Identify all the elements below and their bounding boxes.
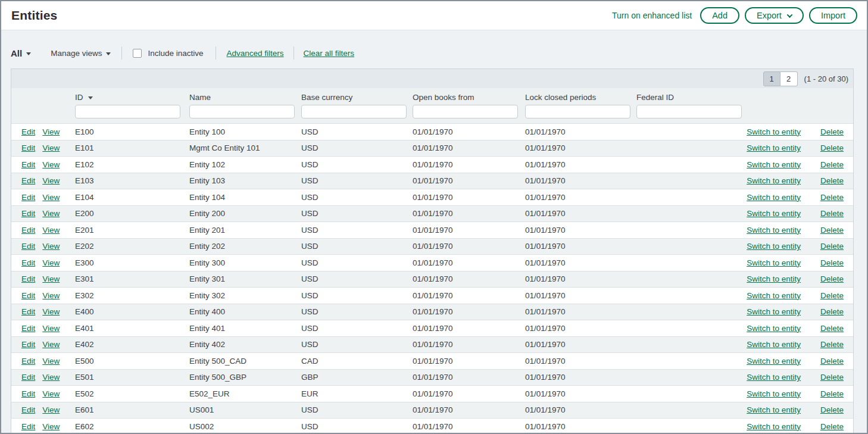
delete-link[interactable]: Delete [820,422,844,431]
column-header-lock-closed-periods[interactable]: Lock closed periods [525,93,636,102]
switch-to-entity-link[interactable]: Switch to entity [747,226,801,235]
edit-link[interactable]: Edit [21,405,35,414]
delete-link[interactable]: Delete [820,127,844,136]
view-link[interactable]: View [42,242,60,251]
view-link[interactable]: View [42,193,60,202]
switch-to-entity-link[interactable]: Switch to entity [747,405,801,414]
add-button[interactable]: Add [700,7,739,24]
edit-link[interactable]: Edit [21,373,35,382]
delete-link[interactable]: Delete [820,274,844,283]
edit-link[interactable]: Edit [21,209,35,218]
view-link[interactable]: View [42,258,60,267]
delete-link[interactable]: Delete [820,226,844,235]
view-link[interactable]: View [42,226,60,235]
edit-link[interactable]: Edit [21,340,35,349]
turn-on-enhanced-list-link[interactable]: Turn on enhanced list [612,11,692,20]
delete-link[interactable]: Delete [820,193,844,202]
view-link[interactable]: View [42,357,60,366]
view-link[interactable]: View [42,405,60,414]
switch-to-entity-link[interactable]: Switch to entity [747,324,801,333]
edit-link[interactable]: Edit [21,176,35,185]
delete-link[interactable]: Delete [820,340,844,349]
page-1-button[interactable]: 1 [763,71,780,86]
switch-to-entity-link[interactable]: Switch to entity [747,160,801,169]
switch-to-entity-link[interactable]: Switch to entity [747,258,801,267]
column-header-open-books-from[interactable]: Open books from [413,93,525,102]
delete-link[interactable]: Delete [820,209,844,218]
switch-to-entity-link[interactable]: Switch to entity [747,242,801,251]
view-selector-dropdown[interactable]: All [11,48,31,58]
filter-input-id[interactable] [75,105,180,118]
edit-link[interactable]: Edit [21,160,35,169]
view-link[interactable]: View [42,324,60,333]
page-2-button[interactable]: 2 [780,71,798,86]
switch-to-entity-link[interactable]: Switch to entity [747,274,801,283]
view-link[interactable]: View [42,373,60,382]
view-link[interactable]: View [42,389,60,398]
switch-to-entity-link[interactable]: Switch to entity [747,373,801,382]
export-button[interactable]: Export [745,7,804,24]
delete-link[interactable]: Delete [820,242,844,251]
include-inactive-checkbox[interactable] [133,49,142,58]
delete-link[interactable]: Delete [820,258,844,267]
switch-to-entity-link[interactable]: Switch to entity [747,176,801,185]
edit-link[interactable]: Edit [21,357,35,366]
column-header-name[interactable]: Name [189,93,301,102]
delete-link[interactable]: Delete [820,324,844,333]
view-link[interactable]: View [42,340,60,349]
column-header-federal-id[interactable]: Federal ID [636,93,741,102]
edit-link[interactable]: Edit [21,242,35,251]
view-link[interactable]: View [42,127,60,136]
edit-link[interactable]: Edit [21,291,35,300]
delete-link[interactable]: Delete [820,160,844,169]
switch-to-entity-link[interactable]: Switch to entity [747,389,801,398]
edit-link[interactable]: Edit [21,324,35,333]
clear-all-filters-link[interactable]: Clear all filters [304,49,355,58]
column-header-id[interactable]: ID [75,93,189,102]
switch-to-entity-link[interactable]: Switch to entity [747,357,801,366]
edit-link[interactable]: Edit [21,193,35,202]
switch-to-entity-link[interactable]: Switch to entity [747,143,801,152]
view-link[interactable]: View [42,291,60,300]
delete-link[interactable]: Delete [820,143,844,152]
delete-link[interactable]: Delete [820,389,844,398]
filter-input-base-currency[interactable] [301,105,407,118]
delete-link[interactable]: Delete [820,373,844,382]
import-button[interactable]: Import [809,7,857,24]
cell-name: Entity 300 [189,258,301,267]
view-link[interactable]: View [42,422,60,431]
filter-input-name[interactable] [189,105,295,118]
view-link[interactable]: View [42,143,60,152]
filter-input-open-books-from[interactable] [413,105,518,118]
edit-link[interactable]: Edit [21,389,35,398]
edit-link[interactable]: Edit [21,307,35,316]
delete-link[interactable]: Delete [820,176,844,185]
column-header-base-currency[interactable]: Base currency [301,93,413,102]
switch-to-entity-link[interactable]: Switch to entity [747,127,801,136]
delete-link[interactable]: Delete [820,405,844,414]
manage-views-dropdown[interactable]: Manage views [51,49,111,58]
view-link[interactable]: View [42,209,60,218]
switch-to-entity-link[interactable]: Switch to entity [747,193,801,202]
switch-to-entity-link[interactable]: Switch to entity [747,291,801,300]
delete-link[interactable]: Delete [820,307,844,316]
view-link[interactable]: View [42,307,60,316]
delete-link[interactable]: Delete [820,291,844,300]
view-link[interactable]: View [42,274,60,283]
switch-to-entity-link[interactable]: Switch to entity [747,422,801,431]
view-link[interactable]: View [42,160,60,169]
edit-link[interactable]: Edit [21,127,35,136]
delete-link[interactable]: Delete [820,357,844,366]
filter-input-federal-id[interactable] [636,105,742,118]
switch-to-entity-link[interactable]: Switch to entity [747,209,801,218]
switch-to-entity-link[interactable]: Switch to entity [747,307,801,316]
edit-link[interactable]: Edit [21,258,35,267]
view-link[interactable]: View [42,176,60,185]
filter-input-lock-closed-periods[interactable] [525,105,630,118]
advanced-filters-link[interactable]: Advanced filters [227,49,284,58]
edit-link[interactable]: Edit [21,422,35,431]
switch-to-entity-link[interactable]: Switch to entity [747,340,801,349]
edit-link[interactable]: Edit [21,226,35,235]
edit-link[interactable]: Edit [21,274,35,283]
edit-link[interactable]: Edit [21,143,35,152]
